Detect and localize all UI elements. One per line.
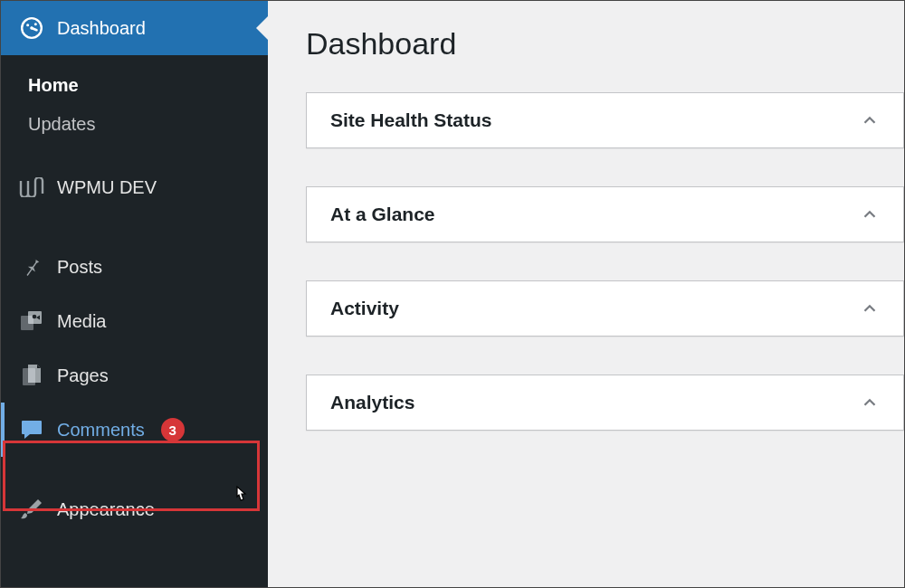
- sidebar-item-label: Pages: [57, 365, 109, 386]
- comment-icon: [19, 417, 44, 442]
- brush-icon: [19, 497, 44, 522]
- panel-at-a-glance[interactable]: At a Glance: [306, 186, 904, 242]
- sidebar-item-media[interactable]: Media: [1, 294, 268, 348]
- panel-title: Activity: [330, 298, 399, 319]
- sidebar-item-label: Dashboard: [57, 18, 146, 39]
- panel-title: Analytics: [330, 392, 414, 413]
- panel-analytics[interactable]: Analytics: [306, 375, 904, 431]
- sidebar-item-dashboard[interactable]: Dashboard: [1, 1, 268, 55]
- sidebar-item-posts[interactable]: Posts: [1, 240, 268, 294]
- dashboard-icon: [19, 15, 44, 41]
- sidebar-item-wpmu-dev[interactable]: WPMU DEV: [1, 160, 268, 214]
- submenu-item-updates[interactable]: Updates: [1, 105, 268, 144]
- page-title: Dashboard: [306, 26, 904, 62]
- sidebar-item-appearance[interactable]: Appearance: [1, 482, 268, 536]
- svg-point-3: [30, 26, 33, 29]
- admin-sidebar: Dashboard Home Updates WPMU DEV Posts Me…: [1, 1, 268, 587]
- media-icon: [19, 308, 44, 334]
- sidebar-item-label: Comments: [57, 420, 145, 441]
- sidebar-item-label: WPMU DEV: [57, 177, 157, 198]
- sidebar-item-label: Appearance: [57, 499, 155, 520]
- chevron-up-icon[interactable]: [860, 393, 880, 413]
- panel-activity[interactable]: Activity: [306, 280, 904, 337]
- main-content: Dashboard Site Health Status At a Glance…: [268, 1, 904, 587]
- pin-icon: [19, 254, 44, 280]
- panel-site-health[interactable]: Site Health Status: [306, 92, 904, 148]
- svg-point-2: [34, 23, 37, 25]
- chevron-up-icon[interactable]: [860, 204, 880, 224]
- comments-count-badge: 3: [161, 418, 185, 441]
- submenu-item-home[interactable]: Home: [1, 66, 268, 105]
- chevron-up-icon[interactable]: [860, 299, 880, 318]
- svg-point-6: [33, 315, 37, 319]
- pages-icon: [19, 363, 44, 388]
- chevron-up-icon[interactable]: [860, 110, 880, 130]
- panel-title: At a Glance: [330, 204, 435, 225]
- dashboard-submenu: Home Updates: [1, 55, 268, 160]
- sidebar-item-label: Media: [57, 311, 106, 332]
- panel-title: Site Health Status: [330, 109, 492, 131]
- sidebar-item-label: Posts: [57, 257, 102, 278]
- sidebar-item-comments[interactable]: Comments 3: [1, 403, 268, 457]
- sidebar-item-pages[interactable]: Pages: [1, 348, 268, 403]
- svg-point-1: [26, 24, 29, 26]
- wpmu-icon: [19, 175, 44, 200]
